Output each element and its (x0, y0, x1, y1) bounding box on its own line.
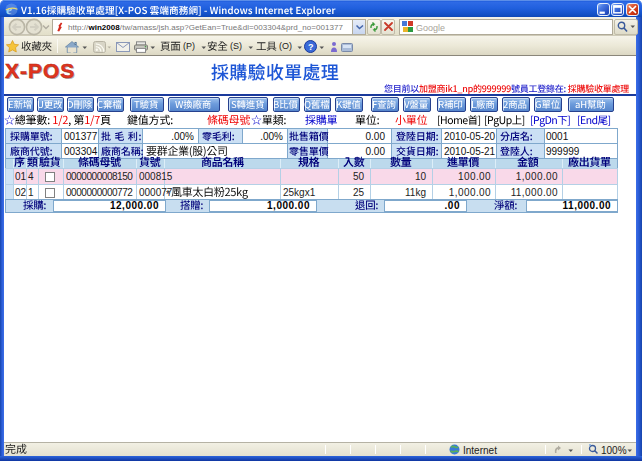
svg-text:?: ? (308, 42, 314, 52)
